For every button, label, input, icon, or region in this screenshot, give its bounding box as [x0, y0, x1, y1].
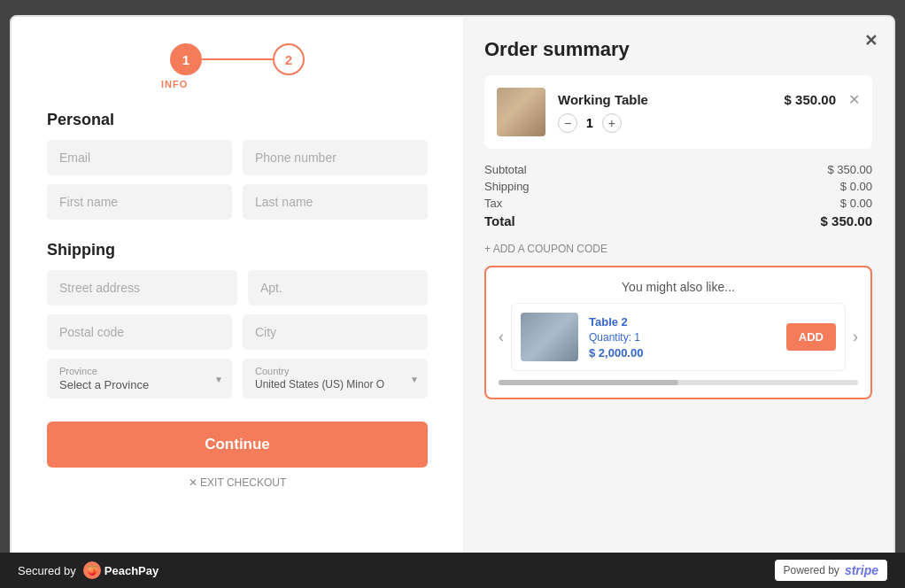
- brand-name: PeachPay: [104, 564, 159, 577]
- peachpay-logo: 🍑 PeachPay: [83, 561, 159, 579]
- recommendation-item-quantity: Quantity: 1: [589, 331, 776, 344]
- quantity-decrease-button[interactable]: −: [558, 113, 577, 133]
- shipping-row-3: Province Select a Province ▼ Country Uni…: [47, 359, 428, 398]
- product-name: Working Table: [558, 92, 648, 107]
- street-field[interactable]: [47, 270, 237, 306]
- personal-row-2: [47, 184, 428, 220]
- totals-section: Subtotal $ 350.00 Shipping $ 0.00 Tax $ …: [484, 163, 872, 232]
- carousel-scrollbar: [499, 380, 858, 385]
- recommendation-box: You might also like... ‹ Table 2 Quantit…: [484, 266, 872, 399]
- peachpay-icon: 🍑: [83, 561, 101, 579]
- personal-section-title: Personal: [47, 111, 428, 129]
- total-row: Total $ 350.00: [484, 213, 872, 228]
- lastname-field[interactable]: [243, 184, 428, 220]
- order-summary-title: Order summary: [484, 38, 872, 61]
- subtotal-row: Subtotal $ 350.00: [484, 163, 872, 176]
- page-footer: Secured by 🍑 PeachPay Powered by stripe: [0, 553, 905, 588]
- recommendation-item-image: [521, 313, 578, 361]
- coupon-link[interactable]: + ADD A COUPON CODE: [484, 243, 872, 255]
- step-1-circle[interactable]: 1: [170, 43, 202, 75]
- total-label: Total: [484, 213, 515, 228]
- apt-field[interactable]: [248, 270, 428, 306]
- country-select[interactable]: Country United States (US) Minor O ▼: [243, 359, 428, 398]
- quantity-control: − 1 +: [558, 113, 860, 133]
- step-2-circle[interactable]: 2: [273, 43, 305, 75]
- personal-row-1: [47, 140, 428, 175]
- secured-by-text: Secured by: [18, 564, 76, 577]
- recommendation-item-details: Table 2 Quantity: 1 $ 2,000.00: [589, 315, 776, 360]
- tax-value: $ 0.00: [840, 197, 872, 210]
- product-card: Working Table $ 350.00 ✕ − 1 +: [484, 75, 872, 149]
- modal-overlay: 1 2 INFO Personal: [0, 0, 905, 588]
- shipping-row-1: [47, 270, 428, 306]
- product-remove-button[interactable]: ✕: [848, 91, 860, 108]
- tax-row: Tax $ 0.00: [484, 197, 872, 210]
- product-image: [497, 88, 545, 136]
- country-arrow-icon: ▼: [410, 374, 419, 383]
- recommendation-add-button[interactable]: ADD: [786, 323, 836, 351]
- exit-checkout-link[interactable]: ✕ EXIT CHECKOUT: [47, 476, 428, 489]
- powered-by-text: Powered by: [784, 564, 839, 576]
- checkout-modal: 1 2 INFO Personal: [10, 15, 895, 573]
- shipping-row-2: [47, 314, 428, 350]
- stripe-text: stripe: [845, 563, 878, 577]
- continue-button[interactable]: Continue: [47, 422, 428, 468]
- right-panel: ✕ Order summary Working Table $ 350.00 ✕: [463, 17, 893, 571]
- phone-field[interactable]: [243, 140, 428, 175]
- carousel-next-button[interactable]: ›: [853, 328, 858, 346]
- product-price: $ 350.00: [785, 92, 836, 107]
- tax-label: Tax: [484, 197, 502, 210]
- quantity-value: 1: [586, 116, 593, 130]
- firstname-field[interactable]: [47, 184, 232, 220]
- step-line: [202, 58, 273, 60]
- total-value: $ 350.00: [821, 213, 872, 228]
- recommendation-item-name: Table 2: [589, 315, 776, 329]
- postal-field[interactable]: [47, 314, 232, 350]
- shipping-row: Shipping $ 0.00: [484, 180, 872, 193]
- stepper: 1 2 INFO: [47, 43, 428, 89]
- country-label: Country: [255, 366, 415, 376]
- step-1-label: INFO: [161, 79, 188, 89]
- footer-left: Secured by 🍑 PeachPay: [18, 561, 159, 579]
- recommendation-title: You might also like...: [499, 280, 858, 294]
- recommendation-carousel: ‹ Table 2 Quantity: 1 $ 2,000.00 ADD ›: [499, 303, 858, 371]
- province-value: Select a Province: [59, 378, 220, 391]
- province-select[interactable]: Province Select a Province ▼: [47, 359, 232, 398]
- city-field[interactable]: [243, 314, 428, 350]
- subtotal-value: $ 350.00: [827, 163, 872, 176]
- recommendation-item-price: $ 2,000.00: [589, 346, 776, 360]
- footer-right: Powered by stripe: [775, 560, 888, 581]
- close-button[interactable]: ✕: [864, 31, 878, 50]
- left-panel: 1 2 INFO Personal: [12, 17, 463, 571]
- quantity-increase-button[interactable]: +: [602, 113, 622, 133]
- email-field[interactable]: [47, 140, 232, 175]
- recommendation-item: Table 2 Quantity: 1 $ 2,000.00 ADD: [511, 303, 846, 371]
- shipping-section-title: Shipping: [47, 241, 428, 259]
- shipping-label: Shipping: [484, 180, 530, 193]
- province-label: Province: [59, 366, 220, 376]
- product-details: Working Table $ 350.00 ✕ − 1 +: [558, 91, 860, 133]
- country-value: United States (US) Minor O: [255, 378, 415, 391]
- province-arrow-icon: ▼: [214, 374, 223, 383]
- carousel-prev-button[interactable]: ‹: [499, 328, 504, 346]
- carousel-scrollbar-thumb: [499, 380, 678, 385]
- subtotal-label: Subtotal: [484, 163, 527, 176]
- shipping-value: $ 0.00: [840, 180, 872, 193]
